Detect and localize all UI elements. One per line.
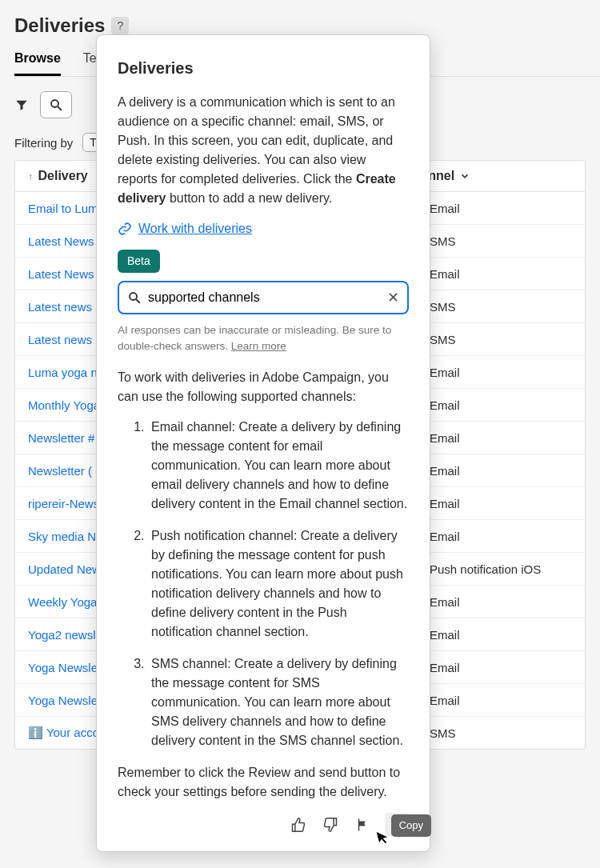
filtering-by-label: Filtering by [14, 136, 73, 150]
channel-label: Email [430, 398, 460, 412]
link-icon [118, 222, 132, 236]
thumbs-down-button[interactable] [321, 815, 340, 834]
clear-icon[interactable]: ✕ [387, 287, 399, 309]
ai-search-field[interactable] [148, 290, 381, 305]
popover-description: A delivery is a communication which is s… [118, 93, 409, 208]
svg-point-16 [130, 293, 137, 300]
chevron-down-icon [459, 170, 470, 182]
answer-footer: Remember to click the Review and send bu… [118, 763, 409, 802]
channel-label: SMS [430, 300, 456, 314]
answer-intro: To work with deliveries in Adobe Campaig… [118, 368, 409, 406]
copy-tooltip: Copy [391, 814, 431, 837]
channel-label: Email [430, 202, 460, 215]
search-input[interactable] [40, 91, 72, 118]
channel-label: SMS [430, 333, 456, 346]
help-icon[interactable]: ? [111, 17, 129, 34]
search-icon [127, 290, 142, 305]
channel-label: Email [430, 595, 460, 609]
svg-line-17 [136, 299, 140, 303]
sort-asc-icon: ↑ [28, 170, 34, 182]
ai-disclaimer: AI responses can be inaccurate or mislea… [118, 322, 409, 355]
channel-label: Email [430, 661, 460, 674]
learn-more-link[interactable]: Learn more [231, 340, 286, 352]
channel-label: Email [430, 628, 460, 642]
thumbs-up-button[interactable] [289, 815, 308, 834]
channel-label: Email [430, 366, 460, 379]
help-popover: Deliveries A delivery is a communication… [96, 34, 430, 852]
filter-icon[interactable] [14, 98, 29, 112]
channel-label: SMS [430, 726, 456, 740]
channel-label: Email [430, 431, 460, 445]
column-delivery-label: Delivery [38, 169, 88, 183]
channel-label: Email [430, 267, 460, 281]
channel-label: Email [430, 464, 460, 478]
tab-browse[interactable]: Browse [14, 51, 61, 76]
svg-line-1 [58, 106, 62, 110]
popover-title: Deliveries [118, 56, 409, 80]
channel-label: Email [430, 530, 460, 543]
svg-point-0 [51, 100, 58, 107]
answer-item: Email channel: Create a delivery by defi… [148, 418, 409, 514]
answer-item: SMS channel: Create a delivery by defini… [148, 654, 409, 750]
channel-label: Email [430, 694, 460, 707]
flag-button[interactable] [353, 815, 372, 834]
beta-badge: Beta [118, 250, 160, 273]
channel-label: SMS [430, 234, 456, 248]
answer-item: Push notification channel: Create a deli… [148, 526, 409, 642]
channel-label: Push notification iOS [430, 562, 541, 576]
ai-search-input[interactable]: ✕ [118, 281, 409, 314]
ai-answer: To work with deliveries in Adobe Campaig… [118, 368, 409, 802]
work-with-deliveries-link[interactable]: Work with deliveries [138, 219, 252, 238]
channel-label: Email [430, 497, 460, 510]
page-title: Deliveries [14, 14, 105, 37]
